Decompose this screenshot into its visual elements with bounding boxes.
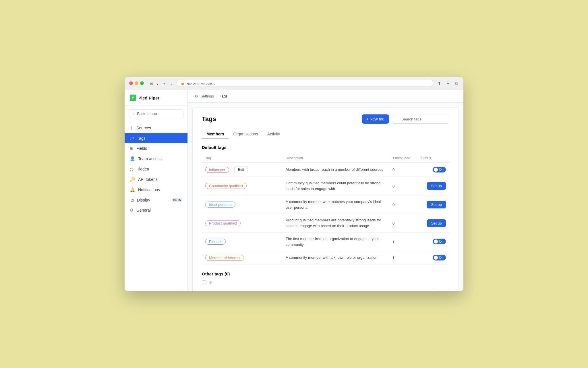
sidebar-item-label: Team access <box>138 156 162 161</box>
status-cell: On <box>418 251 449 264</box>
new-tag-button[interactable]: + New tag <box>362 114 389 124</box>
maximize-button[interactable] <box>140 81 144 85</box>
other-tags-section: Other tags (0) 🗑 Times <box>202 271 449 291</box>
times-used-cell: 1 <box>389 251 418 264</box>
edit-tag-button[interactable]: Edit <box>234 166 248 173</box>
browser-toolbar: ⊟ ⌄ ‹ › 🔒 app.commonroom.io ⬆ + ⧉ <box>125 77 463 90</box>
tabs-button[interactable]: ⧉ <box>454 80 459 86</box>
tag-cell: Community qualified <box>202 177 282 195</box>
fields-icon: ⊞ <box>130 146 134 151</box>
tag-pill-product-qualified: Product qualified <box>205 220 241 226</box>
sidebar-item-api-tokens[interactable]: 🔑 API tokens <box>125 174 187 185</box>
toggle-on[interactable]: On <box>433 255 446 260</box>
chevron-down-icon: ⌄ <box>156 80 159 86</box>
tag-pill-pioneer: Pioneer <box>205 239 226 245</box>
sidebar-item-label: General <box>136 208 151 212</box>
times-used-cell: 0 <box>389 195 418 214</box>
description-cell: Community qualified members could potent… <box>282 177 389 195</box>
tab-members[interactable]: Members <box>202 129 229 139</box>
sources-icon: ⊹ <box>130 125 134 131</box>
status-cell: On <box>418 233 449 251</box>
toggle-on[interactable]: On <box>433 167 446 172</box>
description-cell: The first member from an organization to… <box>282 233 389 251</box>
api-icon: 🔑 <box>130 177 135 182</box>
breadcrumb-current: Tags <box>220 94 227 98</box>
page-container: Tags + New tag 🔍 Members Organizations A… <box>192 107 459 291</box>
sidebar-item-tags[interactable]: 🏷 Tags <box>125 133 187 143</box>
main-content: ⚙ Settings › Tags Tags + New tag 🔍 <box>188 90 463 291</box>
back-nav-button[interactable]: ‹ <box>163 80 167 86</box>
times-used-value: 1 <box>392 256 394 260</box>
sidebar-item-general[interactable]: ⚙ General <box>125 205 187 215</box>
search-tags-input[interactable] <box>392 115 449 124</box>
beta-badge: BETA <box>172 198 182 202</box>
tag-cell-inner: Influencer Edit <box>205 166 279 173</box>
sidebar-item-label: Sources <box>136 126 151 130</box>
description-text: The first member from an organization to… <box>286 237 379 247</box>
sidebar-item-sources[interactable]: ⊹ Sources <box>125 123 187 133</box>
times-used-value: 0 <box>392 184 394 188</box>
times-used-cell: 1 <box>389 233 418 251</box>
default-tags-title: Default tags <box>202 145 449 150</box>
forward-nav-button[interactable]: › <box>170 80 174 86</box>
tag-cell: Pioneer <box>202 233 282 251</box>
browser-body: P Pied Piper ← Back to app ⊹ Sources 🏷 T… <box>125 90 463 291</box>
times-used-value: 0 <box>392 221 394 225</box>
toggle-dot <box>434 256 438 260</box>
back-to-app-button[interactable]: ← Back to app <box>129 109 183 118</box>
sidebar-nav: ⊹ Sources 🏷 Tags ⊞ Fields 👤 Team access … <box>125 122 187 291</box>
other-tags-controls: 🗑 <box>202 280 449 285</box>
tag-cell: Member of Interest <box>202 251 282 264</box>
description-text: A community member with a known role or … <box>286 255 377 260</box>
brand-logo: P <box>130 95 136 101</box>
col-tag: Tag <box>202 154 282 163</box>
status-cell: Set up <box>418 214 449 233</box>
sidebar-item-fields[interactable]: ⊞ Fields <box>125 143 187 154</box>
tab-organizations[interactable]: Organizations <box>229 129 262 139</box>
setup-button[interactable]: Set up <box>427 182 446 190</box>
general-icon: ⚙ <box>130 208 134 213</box>
browser-controls: ⊟ ⌄ <box>150 80 159 86</box>
sidebar-item-label: Hidden <box>136 167 149 171</box>
select-all-checkbox[interactable] <box>202 280 206 285</box>
sidebar: P Pied Piper ← Back to app ⊹ Sources 🏷 T… <box>125 90 188 291</box>
delete-icon[interactable]: 🗑 <box>209 280 213 285</box>
security-icon: 🔒 <box>181 81 185 85</box>
tab-activity[interactable]: Activity <box>263 129 285 139</box>
tag-pill-influencer: Influencer <box>205 167 229 173</box>
sidebar-item-label: Display <box>137 198 150 202</box>
share-button[interactable]: ⬆ <box>436 80 442 86</box>
tags-icon: 🏷 <box>130 136 134 141</box>
tabs: Members Organizations Activity <box>202 129 449 139</box>
new-tab-button[interactable]: + <box>446 80 450 86</box>
tag-pill-member-of-interest: Member of Interest <box>205 255 244 261</box>
description-cell: A community member with a known role or … <box>282 251 389 264</box>
times-partial-label: Times <box>434 289 449 291</box>
hidden-icon: ◎ <box>130 166 134 172</box>
close-button[interactable] <box>129 81 133 85</box>
sidebar-item-notifications[interactable]: 🔔 Notifications <box>125 185 187 195</box>
col-times-used: Times used <box>389 154 418 163</box>
sidebar-item-hidden[interactable]: ◎ Hidden <box>125 164 187 174</box>
description-cell: Members with broad reach in a number of … <box>282 163 389 177</box>
table-row: Pioneer The first member from an organiz… <box>202 233 449 251</box>
url-text: app.commonroom.io <box>186 82 215 85</box>
minimize-button[interactable] <box>135 81 138 85</box>
status-cell: Set up <box>418 177 449 195</box>
other-tags-title: Other tags (0) <box>202 271 449 276</box>
times-used-cell: 0 <box>389 163 418 177</box>
sidebar-item-label: Notifications <box>138 187 160 192</box>
breadcrumb: ⚙ Settings › Tags <box>188 90 463 103</box>
toggle-on[interactable]: On <box>433 239 446 244</box>
times-used-value: 0 <box>392 203 394 207</box>
page-header: Tags + New tag 🔍 <box>202 114 449 124</box>
description-cell: Product qualified members are potentiall… <box>282 214 389 233</box>
brand-name: Pied Piper <box>138 95 159 100</box>
sidebar-item-team-access[interactable]: 👤 Team access <box>125 154 187 164</box>
address-bar[interactable]: 🔒 app.commonroom.io <box>177 80 433 87</box>
setup-button[interactable]: Set up <box>427 219 446 227</box>
display-icon: 🖥 <box>130 198 134 202</box>
settings-icon: ⚙ <box>195 94 198 98</box>
setup-button[interactable]: Set up <box>427 201 446 208</box>
sidebar-item-display[interactable]: 🖥 Display BETA <box>125 195 187 205</box>
